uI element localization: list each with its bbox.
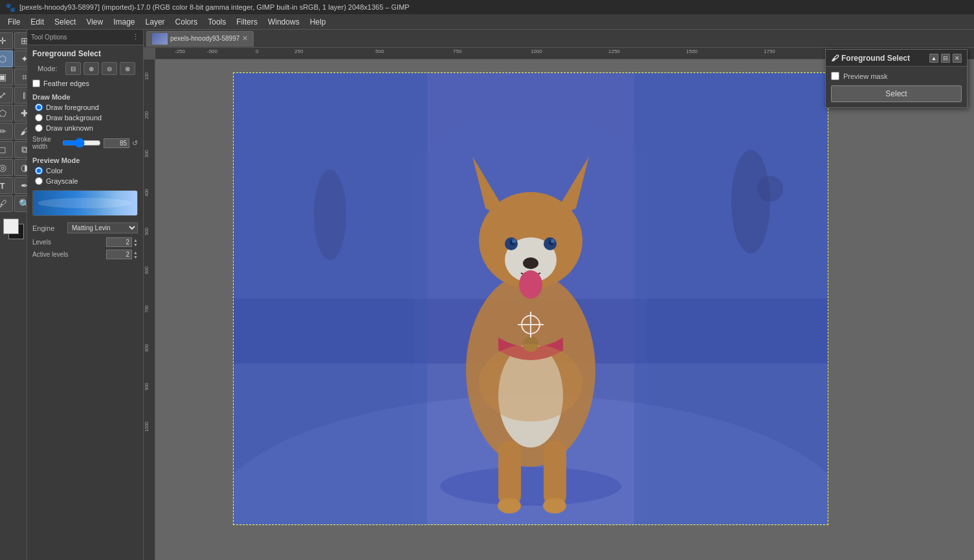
scale-tool[interactable]: ⤢ bbox=[0, 87, 13, 103]
rect-select-tool[interactable]: ▣ bbox=[0, 69, 13, 85]
fg-panel-body: Preview mask Select bbox=[826, 67, 967, 107]
stroke-width-reset-icon[interactable]: ↺ bbox=[132, 139, 138, 147]
mode-row: Mode: ⊟ ⊕ ⊖ ⊗ bbox=[27, 61, 143, 78]
blur-tool[interactable]: ◎ bbox=[0, 159, 13, 176]
fg-panel-title-text: Foreground Select bbox=[841, 54, 910, 63]
ruler-tick-label: -500 bbox=[207, 48, 217, 54]
fg-panel-controls: ▲ ⊟ ✕ bbox=[929, 54, 962, 63]
draw-mode-section-label: Draw Mode bbox=[27, 89, 143, 102]
fg-panel-title-bar: 🖌 Foreground Select ▲ ⊟ ✕ bbox=[826, 50, 967, 67]
draw-unknown-radio[interactable] bbox=[35, 124, 43, 132]
menu-item-file[interactable]: File bbox=[3, 16, 25, 28]
mode-replace-tab[interactable]: ⊟ bbox=[65, 62, 81, 75]
ruler-tick-label: 750 bbox=[453, 48, 461, 54]
svg-rect-26 bbox=[634, 72, 828, 525]
brush-preview bbox=[32, 190, 138, 216]
stroke-width-label: Stroke width bbox=[32, 136, 60, 150]
ruler-v-tick: 800 bbox=[144, 344, 149, 352]
mode-add-tab[interactable]: ⊕ bbox=[83, 62, 99, 75]
grayscale-preview-radio[interactable] bbox=[35, 177, 43, 185]
tool-options-header-label: Tool Options bbox=[31, 34, 67, 41]
tab-close-icon[interactable]: ✕ bbox=[242, 34, 248, 43]
tool-name-title: Foreground Select bbox=[27, 45, 143, 61]
fg-panel-close-btn[interactable]: ✕ bbox=[953, 54, 962, 63]
foreground-color-swatch[interactable] bbox=[3, 219, 19, 234]
color-picker-tool[interactable]: 🖋 bbox=[0, 195, 13, 212]
menu-item-view[interactable]: View bbox=[81, 16, 108, 28]
mode-subtract-tab[interactable]: ⊖ bbox=[102, 62, 117, 75]
fg-panel-title: 🖌 Foreground Select bbox=[831, 54, 910, 63]
menu-item-tools[interactable]: Tools bbox=[203, 16, 231, 28]
levels-value[interactable] bbox=[106, 237, 132, 247]
color-preview-radio[interactable] bbox=[35, 167, 43, 175]
ruler-vertical: 100 200 300 400 500 600 700 800 900 1000 bbox=[144, 59, 155, 560]
free-select-tool[interactable]: ⬡ bbox=[0, 50, 13, 67]
image-content bbox=[233, 72, 828, 525]
svg-rect-25 bbox=[233, 72, 427, 525]
menu-item-windows[interactable]: Windows bbox=[263, 16, 305, 28]
select-button[interactable]: Select bbox=[831, 85, 962, 102]
mode-label: Mode: bbox=[32, 63, 63, 74]
stroke-width-slider[interactable] bbox=[62, 138, 101, 148]
active-levels-label: Active levels bbox=[32, 251, 104, 258]
panel-menu-icon[interactable]: ⋮ bbox=[132, 33, 139, 41]
fg-panel-collapse-btn[interactable]: ▲ bbox=[929, 54, 938, 63]
levels-spinner-arrows[interactable]: ▲ ▼ bbox=[133, 238, 138, 247]
engine-label: Engine bbox=[32, 224, 65, 232]
ruler-tick-label: 1750 bbox=[764, 48, 775, 54]
levels-row: Levels ▲ ▼ bbox=[27, 236, 143, 248]
draw-background-row: Draw background bbox=[27, 113, 143, 123]
image-tab[interactable]: pexels-hnoody93-58997 ✕ bbox=[146, 31, 254, 47]
mode-intersect-tab[interactable]: ⊗ bbox=[120, 62, 135, 75]
fg-panel-detach-btn[interactable]: ⊟ bbox=[941, 54, 950, 63]
color-swatch-area bbox=[2, 217, 25, 241]
tab-thumbnail bbox=[152, 33, 168, 45]
menu-item-image[interactable]: Image bbox=[108, 16, 140, 28]
active-levels-value[interactable] bbox=[106, 250, 132, 259]
pencil-tool[interactable]: ✏ bbox=[0, 123, 13, 140]
menu-item-help[interactable]: Help bbox=[305, 16, 331, 28]
engine-row: Engine Matting Levin Matting Global bbox=[27, 220, 143, 236]
perspective-tool[interactable]: ⬠ bbox=[0, 105, 13, 122]
menu-item-layer[interactable]: Layer bbox=[140, 16, 170, 28]
tab-label: pexels-hnoody93-58997 bbox=[170, 35, 239, 42]
text-tool[interactable]: T bbox=[0, 177, 13, 194]
menu-item-select[interactable]: Select bbox=[49, 16, 81, 28]
ruler-v-tick: 1000 bbox=[144, 422, 149, 432]
grayscale-preview-label: Grayscale bbox=[46, 177, 78, 185]
app-icon: 🐾 bbox=[5, 3, 16, 12]
feather-edges-checkbox[interactable] bbox=[32, 80, 40, 87]
menu-item-colors[interactable]: Colors bbox=[170, 16, 203, 28]
ruler-v-tick: 400 bbox=[144, 189, 149, 197]
preview-mask-label: Preview mask bbox=[843, 72, 887, 80]
engine-select[interactable]: Matting Levin Matting Global bbox=[67, 222, 138, 233]
ruler-v-tick: 300 bbox=[144, 150, 149, 158]
move-tool[interactable]: ✛ bbox=[0, 32, 13, 49]
dog-image-svg bbox=[233, 72, 828, 525]
tool-options-panel: Tool Options ⋮ Foreground Select Mode: ⊟… bbox=[27, 30, 144, 560]
grayscale-preview-row: Grayscale bbox=[27, 176, 143, 186]
ruler-tick-label: 0 bbox=[256, 48, 258, 54]
preview-mask-checkbox[interactable] bbox=[831, 72, 839, 80]
draw-unknown-label: Draw unknown bbox=[46, 124, 93, 132]
image-tabs: pexels-hnoody93-58997 ✕ bbox=[144, 30, 974, 48]
ruler-v-tick: 700 bbox=[144, 305, 149, 313]
title-bar: 🐾 [pexels-hnoody93-58997] (imported)-17.… bbox=[0, 0, 974, 14]
close-icon: ✕ bbox=[955, 55, 960, 61]
color-preview-row: Color bbox=[27, 166, 143, 176]
ruler-tick-label: 1500 bbox=[686, 48, 698, 54]
ruler-tick-label: 250 bbox=[294, 48, 303, 54]
menu-item-filters[interactable]: Filters bbox=[231, 16, 263, 28]
stroke-width-value[interactable]: 85 bbox=[104, 138, 129, 148]
svg-point-30 bbox=[314, 169, 346, 260]
feather-edges-label: Feather edges bbox=[43, 80, 89, 87]
active-levels-spinner-arrows[interactable]: ▲ ▼ bbox=[133, 250, 138, 259]
ruler-v-tick: 100 bbox=[144, 72, 149, 80]
feather-edges-row: Feather edges bbox=[27, 78, 143, 89]
eraser-tool[interactable]: ◻ bbox=[0, 141, 13, 158]
color-preview-label: Color bbox=[46, 167, 63, 175]
menu-item-edit[interactable]: Edit bbox=[25, 16, 49, 28]
draw-foreground-radio[interactable] bbox=[35, 103, 43, 111]
draw-background-radio[interactable] bbox=[35, 114, 43, 122]
canvas-viewport[interactable] bbox=[155, 59, 974, 560]
